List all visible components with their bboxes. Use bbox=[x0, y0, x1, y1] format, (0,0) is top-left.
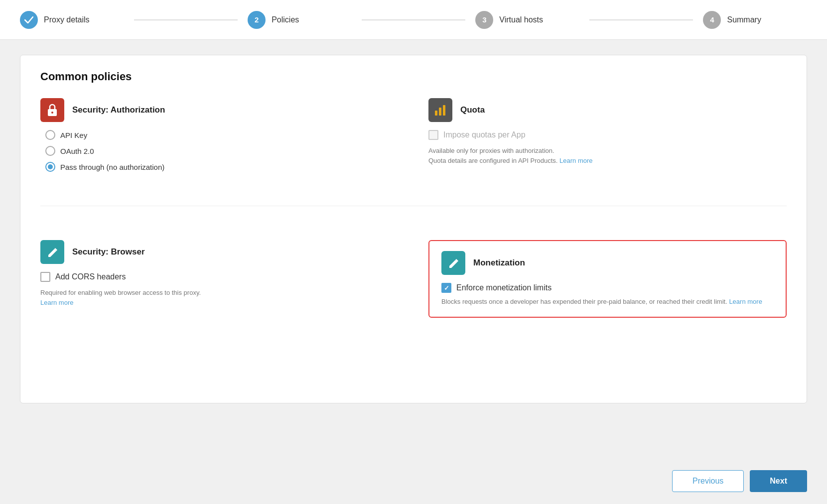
radio-api-key-label: API Key bbox=[60, 131, 87, 139]
step-summary[interactable]: 4 Summary bbox=[703, 11, 807, 29]
monetization-title: Monetization bbox=[473, 258, 525, 268]
monetization-description: Blocks requests once a developer has exp… bbox=[441, 297, 774, 307]
step-circle-2: 2 bbox=[248, 11, 266, 29]
security-browser-section: Security: Browser Add CORS headers Requi… bbox=[40, 240, 399, 318]
step-label-2: Policies bbox=[272, 15, 299, 24]
monetization-checkbox-label: Enforce monetization limits bbox=[456, 283, 551, 292]
security-auth-title: Security: Authorization bbox=[72, 105, 165, 115]
main-content: Common policies Security: Authorization bbox=[0, 40, 827, 462]
radio-pass-through-input[interactable] bbox=[45, 162, 55, 172]
policy-grid: Security: Authorization API Key OAuth 2.… bbox=[40, 98, 787, 318]
step-connector-3 bbox=[589, 19, 693, 20]
step-circle-4: 4 bbox=[703, 11, 721, 29]
previous-button[interactable]: Previous bbox=[672, 470, 744, 492]
card-title: Common policies bbox=[40, 70, 787, 83]
cors-checkbox-option[interactable]: Add CORS headers bbox=[40, 272, 399, 282]
monetization-checkbox-option[interactable]: Enforce monetization limits bbox=[441, 283, 774, 293]
quota-header: Quota bbox=[428, 98, 787, 122]
cors-checkbox[interactable] bbox=[40, 272, 50, 282]
svg-rect-2 bbox=[435, 111, 437, 116]
radio-api-key-input[interactable] bbox=[45, 130, 55, 140]
monetization-learn-more[interactable]: Learn more bbox=[729, 298, 762, 305]
step-label-3: Virtual hosts bbox=[499, 15, 543, 24]
radio-pass-through[interactable]: Pass through (no authorization) bbox=[45, 162, 399, 172]
monetization-box: Monetization Enforce monetization limits… bbox=[428, 240, 787, 318]
cors-learn-more[interactable]: Learn more bbox=[40, 299, 73, 306]
security-browser-icon bbox=[40, 240, 64, 264]
bottom-nav: Previous Next bbox=[0, 462, 827, 504]
quota-icon bbox=[428, 98, 452, 122]
quota-title: Quota bbox=[460, 105, 485, 115]
quota-description: Available only for proxies with authoriz… bbox=[428, 146, 787, 165]
step-proxy-details[interactable]: Proxy details bbox=[20, 11, 124, 29]
step-circle-1 bbox=[20, 11, 38, 29]
quota-checkbox-option[interactable]: Impose quotas per App bbox=[428, 130, 787, 140]
step-virtual-hosts[interactable]: 3 Virtual hosts bbox=[475, 11, 579, 29]
step-label-1: Proxy details bbox=[44, 15, 90, 24]
next-button[interactable]: Next bbox=[750, 470, 807, 492]
radio-oauth-label: OAuth 2.0 bbox=[60, 147, 94, 155]
radio-api-key[interactable]: API Key bbox=[45, 130, 399, 140]
security-browser-header: Security: Browser bbox=[40, 240, 399, 264]
security-auth-section: Security: Authorization API Key OAuth 2.… bbox=[40, 98, 399, 172]
monetization-section: Monetization Enforce monetization limits… bbox=[428, 240, 787, 318]
quota-section: Quota Impose quotas per App Available on… bbox=[428, 98, 787, 172]
step-connector-1 bbox=[134, 19, 238, 20]
monetization-checkbox[interactable] bbox=[441, 283, 451, 293]
radio-oauth[interactable]: OAuth 2.0 bbox=[45, 146, 399, 156]
step-label-4: Summary bbox=[727, 15, 761, 24]
step-circle-3: 3 bbox=[475, 11, 493, 29]
svg-rect-3 bbox=[439, 108, 441, 116]
policy-row-divider bbox=[40, 206, 787, 206]
security-auth-icon bbox=[40, 98, 64, 122]
radio-oauth-input[interactable] bbox=[45, 146, 55, 156]
cors-checkbox-label: Add CORS headers bbox=[55, 272, 126, 281]
radio-options-auth: API Key OAuth 2.0 Pass through (no autho… bbox=[45, 130, 399, 172]
stepper: Proxy details 2 Policies 3 Virtual hosts… bbox=[0, 0, 827, 40]
step-policies[interactable]: 2 Policies bbox=[248, 11, 352, 29]
monetization-icon bbox=[441, 251, 465, 275]
security-auth-header: Security: Authorization bbox=[40, 98, 399, 122]
monetization-header: Monetization bbox=[441, 251, 774, 275]
cors-description: Required for enabling web browser access… bbox=[40, 288, 399, 307]
step-connector-2 bbox=[362, 19, 466, 20]
radio-pass-through-label: Pass through (no authorization) bbox=[60, 163, 164, 171]
svg-point-1 bbox=[51, 112, 53, 114]
security-browser-title: Security: Browser bbox=[72, 247, 145, 257]
quota-checkbox-label: Impose quotas per App bbox=[443, 130, 526, 139]
svg-rect-4 bbox=[443, 105, 445, 116]
policies-card: Common policies Security: Authorization bbox=[20, 55, 807, 403]
quota-checkbox[interactable] bbox=[428, 130, 438, 140]
quota-learn-more[interactable]: Learn more bbox=[559, 157, 592, 164]
